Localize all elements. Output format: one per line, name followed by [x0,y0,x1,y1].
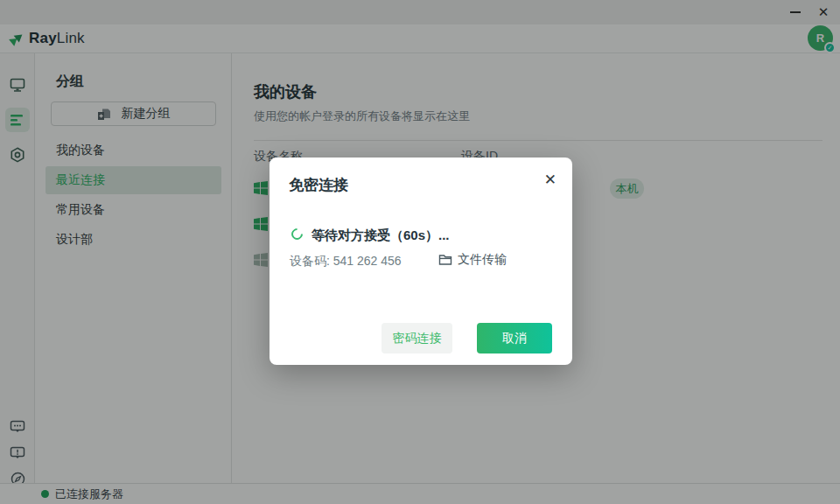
passwordless-connect-dialog: 免密连接 ✕ 等待对方接受（60s）... 设备码: 541 262 456 文… [270,158,572,365]
file-transfer-action[interactable]: 文件传输 [438,252,507,268]
waiting-status-text: 等待对方接受（60s）... [312,228,450,244]
password-connect-button[interactable]: 密码连接 [382,323,452,354]
dialog-close-icon[interactable]: ✕ [544,172,556,187]
cancel-button[interactable]: 取消 [477,323,552,354]
dialog-title: 免密连接 [289,175,348,195]
device-code-text: 设备码: 541 262 456 [290,254,402,270]
folder-icon [438,254,452,266]
file-transfer-label: 文件传输 [458,252,507,268]
loading-spinner-icon [289,226,304,242]
raylink-window: ✕ RayLink R ✓ [0,0,840,504]
